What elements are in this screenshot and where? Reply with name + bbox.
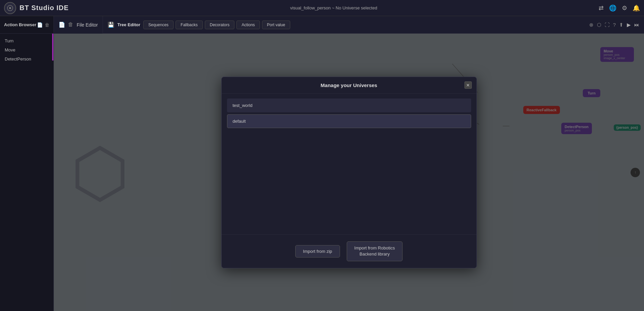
- bell-icon[interactable]: 🔔: [633, 4, 640, 12]
- modal-title: Manage your Universes: [320, 82, 377, 88]
- upload-icon[interactable]: ⬆: [619, 22, 623, 28]
- modal-close-button[interactable]: ✕: [464, 81, 472, 89]
- play-icon[interactable]: ▶: [627, 22, 631, 28]
- trash-icon[interactable]: 🗑: [68, 22, 73, 28]
- tree-editor-label: Tree Editor: [117, 22, 141, 27]
- decorators-btn[interactable]: Decorators: [205, 21, 235, 29]
- new-doc-icon[interactable]: 📄: [59, 22, 65, 28]
- close-circle-icon[interactable]: ⊗: [589, 22, 594, 28]
- main-layout: Action Browser 📄 🗑 Turn Move DetectPerso…: [0, 16, 644, 311]
- sidebar-title: Action Browser: [4, 22, 36, 28]
- toolbar-buttons: Sequences Fallbacks Decorators Actions P…: [143, 21, 290, 29]
- manage-universes-modal: Manage your Universes ✕ test_world defau…: [221, 77, 477, 268]
- sidebar-item-turn[interactable]: Turn: [0, 36, 53, 45]
- skip-icon[interactable]: ⏭: [634, 22, 639, 28]
- sidebar-item-move[interactable]: Move: [0, 45, 53, 54]
- delete-icon[interactable]: 🗑: [45, 22, 49, 28]
- settings-icon[interactable]: ⚙: [622, 4, 627, 12]
- sidebar: Action Browser 📄 🗑 Turn Move DetectPerso…: [0, 16, 54, 311]
- file-editor-icons: 📄 🗑: [59, 22, 73, 28]
- modal-overlay: Manage your Universes ✕ test_world defau…: [54, 34, 644, 311]
- sequences-btn[interactable]: Sequences: [143, 21, 174, 29]
- header: BT Studio IDE visual_follow_person ~ No …: [0, 0, 644, 16]
- actions-btn[interactable]: Actions: [236, 21, 260, 29]
- fullscreen-icon[interactable]: ⛶: [605, 22, 610, 28]
- svg-point-1: [9, 7, 11, 9]
- globe-icon[interactable]: 🌐: [609, 4, 616, 12]
- modal-header: Manage your Universes ✕: [222, 77, 477, 94]
- sidebar-header: Action Browser 📄 🗑: [0, 16, 53, 34]
- port-value-btn[interactable]: Port value: [262, 21, 290, 29]
- universe-item-default[interactable]: default: [227, 114, 471, 128]
- canvas-area[interactable]: ⬡ Move person_posimage_x_center Turn Rea…: [54, 34, 644, 311]
- header-left: BT Studio IDE: [4, 2, 69, 14]
- sidebar-accent-bar: [52, 34, 53, 61]
- save-icon[interactable]: 💾: [108, 22, 114, 28]
- app-subtitle: visual_follow_person ~ No Universe selec…: [290, 5, 377, 10]
- logo: [4, 2, 16, 14]
- sidebar-icons: 📄 🗑: [37, 22, 49, 28]
- toolbar-right-icons: ⊗ ⬡ ⛶ ? ⬆ ▶ ⏭: [589, 22, 639, 28]
- import-zip-button[interactable]: Import from zip: [295, 245, 340, 258]
- fallbacks-btn[interactable]: Fallbacks: [176, 21, 203, 29]
- expand-icon[interactable]: ⬡: [597, 22, 601, 28]
- help-icon[interactable]: ?: [613, 22, 616, 28]
- tree-editor-bar: 💾 Tree Editor Sequences Fallbacks Decora…: [103, 21, 644, 29]
- app-title: BT Studio IDE: [20, 4, 69, 12]
- new-file-icon[interactable]: 📄: [37, 22, 43, 28]
- modal-footer: Import from zip Import from RoboticsBack…: [222, 234, 477, 268]
- header-right: ⇄ 🌐 ⚙ 🔔: [599, 4, 640, 12]
- content-area: 📄 🗑 File Editor 💾 Tree Editor Sequences …: [54, 16, 644, 311]
- modal-body: test_world default: [222, 94, 477, 235]
- file-editor-title: File Editor: [77, 22, 98, 28]
- swap-icon[interactable]: ⇄: [599, 4, 604, 12]
- sidebar-item-detectperson[interactable]: DetectPerson: [0, 54, 53, 64]
- file-editor-bar: 📄 🗑 File Editor: [54, 16, 103, 34]
- universe-item-test-world[interactable]: test_world: [227, 99, 471, 112]
- sidebar-items: Turn Move DetectPerson: [0, 34, 53, 66]
- import-robotics-button[interactable]: Import from RoboticsBackend library: [347, 241, 403, 261]
